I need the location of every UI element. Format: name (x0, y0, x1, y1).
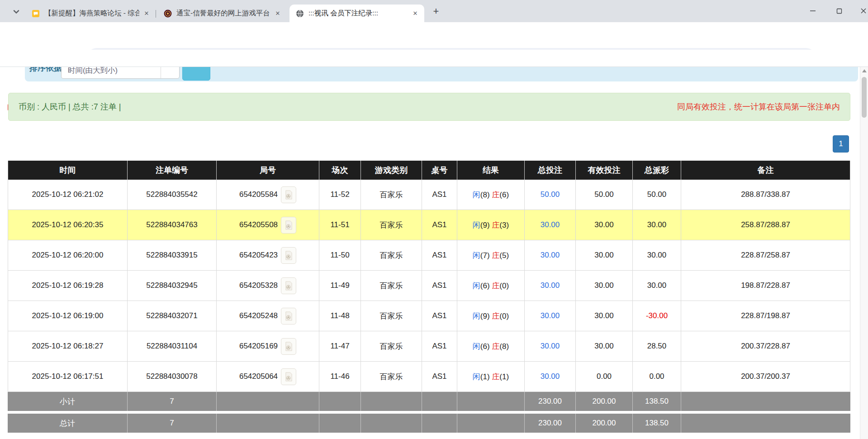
new-tab-button[interactable]: + (431, 6, 441, 17)
footer-note (681, 392, 850, 411)
banker-label: 庄 (492, 282, 499, 290)
total-bet-link[interactable]: 30.00 (541, 281, 560, 290)
window-maximize-button[interactable] (832, 5, 846, 16)
window-close-button[interactable] (857, 5, 868, 16)
banker-label: 庄 (492, 221, 499, 229)
tab-strip: 【新提醒】海燕策略论坛 - 综合 ✕ 通宝-信誉最好的网上游戏平台 ✕ :::视… (0, 0, 868, 22)
cell-note: 200.37/200.37 (681, 362, 850, 392)
footer-session (319, 414, 361, 433)
cell-session: 11-52 (319, 180, 361, 210)
cell-note: 258.87/288.87 (681, 210, 850, 240)
video-replay-button[interactable] (281, 308, 296, 324)
footer-result (457, 392, 525, 411)
total-bet-link[interactable]: 30.00 (541, 251, 560, 260)
cell-payout: 30.00 (633, 210, 681, 240)
footer-total-bet: 230.00 (525, 392, 576, 411)
cell-round-number: 654205508 (217, 210, 319, 240)
total-bet-link[interactable]: 50.00 (541, 190, 560, 199)
cell-session: 11-46 (319, 362, 361, 392)
cell-game-type: 百家乐 (361, 240, 422, 271)
total-bet-link[interactable]: 30.00 (541, 342, 560, 351)
tab-haiyan-forum[interactable]: 【新提醒】海燕策略论坛 - 综合 ✕ (25, 5, 156, 22)
cell-result: 闲(1) 庄(1) (457, 362, 525, 392)
video-replay-button[interactable] (281, 247, 296, 264)
cell-note: 228.87/258.87 (681, 240, 850, 271)
result-text: 闲(9) 庄(0) (473, 311, 509, 321)
player-label: 闲 (473, 282, 480, 290)
footer-result (457, 414, 525, 433)
page-scrollbar[interactable] (860, 67, 868, 439)
window-minimize-button[interactable] (806, 5, 820, 16)
cell-time: 2025-10-12 06:20:35 (8, 210, 128, 240)
currency-summary-text: 币别 : 人民币 | 总共 :7 注单 | (19, 101, 121, 112)
film-reel-icon (285, 311, 293, 321)
video-replay-button[interactable] (281, 338, 296, 355)
bookmarks-bar: 淘 爱淘宝 百度一下 所有书签 (0, 50, 868, 67)
player-score: (7) (480, 251, 490, 260)
cell-bet-number: 522884030078 (128, 362, 217, 392)
banker-score: (3) (499, 221, 509, 229)
banker-label: 庄 (492, 251, 499, 260)
result-text: 闲(1) 庄(1) (473, 372, 509, 382)
cell-table-number: AS1 (422, 301, 457, 331)
cell-total-bet: 30.00 (525, 271, 576, 301)
cell-result: 闲(8) 庄(6) (457, 180, 525, 210)
footer-label: 总计 (8, 414, 128, 433)
tab-close-icon[interactable]: ✕ (274, 10, 281, 17)
payout-value: 28.50 (647, 342, 667, 351)
table-row: 2025-10-12 06:19:00522884032071654205248… (8, 301, 850, 331)
cell-time: 2025-10-12 06:18:27 (8, 331, 128, 362)
cell-time: 2025-10-12 06:19:28 (8, 271, 128, 301)
table-row: 2025-10-12 06:17:51522884030078654205064… (8, 362, 850, 392)
tab-close-icon[interactable]: ✕ (412, 10, 419, 17)
footer-game-type (361, 392, 422, 411)
footer-round (217, 392, 319, 411)
scrollbar-up-arrow-icon[interactable] (862, 69, 867, 72)
banker-label: 庄 (492, 191, 499, 199)
film-reel-icon (285, 342, 293, 351)
cell-table-number: AS1 (422, 210, 457, 240)
cell-time: 2025-10-12 06:20:00 (8, 240, 128, 271)
payout-value: -30.00 (646, 311, 668, 320)
cell-note: 198.87/228.87 (681, 271, 850, 301)
cell-bet-number: 522884031104 (128, 331, 217, 362)
total-bet-link[interactable]: 30.00 (541, 220, 560, 229)
cell-session: 11-49 (319, 271, 361, 301)
tab-close-icon[interactable]: ✕ (143, 10, 150, 17)
round-number-text: 654205584 (239, 190, 278, 199)
tab-search-chevron-icon[interactable] (12, 7, 21, 16)
total-bet-link[interactable]: 30.00 (541, 311, 560, 320)
banker-score: (1) (499, 372, 509, 381)
cell-bet-number: 522884035542 (128, 180, 217, 210)
cell-session: 11-51 (319, 210, 361, 240)
cell-table-number: AS1 (422, 180, 457, 210)
round-number-text: 654205169 (239, 342, 278, 351)
footer-game-type (361, 414, 422, 433)
cell-time: 2025-10-12 06:21:02 (8, 180, 128, 210)
header-cell: 游戏类别 (361, 161, 422, 180)
banker-score: (8) (499, 342, 509, 351)
browser-toolbar: dongshouji.com/ipl/portal.php/game/betre… (0, 22, 868, 50)
tab-bet-records-active[interactable]: :::视讯 会员下注纪录::: ✕ (289, 5, 424, 22)
header-cell: 注单编号 (128, 161, 217, 180)
scrollbar-thumb[interactable] (862, 77, 867, 118)
cell-session: 11-48 (319, 301, 361, 331)
total-bet-link[interactable]: 30.00 (541, 372, 560, 381)
cell-game-type: 百家乐 (361, 362, 422, 392)
video-replay-button[interactable] (281, 217, 296, 234)
footer-label: 小计 (8, 392, 128, 411)
sort-select[interactable]: 时间(由大到小) (61, 67, 180, 79)
video-replay-button[interactable] (281, 368, 296, 385)
video-replay-button[interactable] (281, 277, 296, 294)
search-button[interactable] (182, 67, 210, 81)
tab-tongbao[interactable]: 通宝-信誉最好的网上游戏平台 ✕ (157, 5, 287, 22)
header-cell: 有效投注 (576, 161, 633, 180)
video-replay-button[interactable] (281, 186, 296, 203)
cell-result: 闲(9) 庄(0) (457, 301, 525, 331)
tab-title: 通宝-信誉最好的网上游戏平台 (176, 9, 270, 18)
cell-game-type: 百家乐 (361, 210, 422, 240)
player-label: 闲 (473, 372, 480, 381)
bet-records-table: 时间注单编号局号场次游戏类别桌号结果总投注有效投注总派彩备注 2025-10-1… (8, 161, 850, 433)
result-text: 闲(9) 庄(3) (473, 220, 509, 230)
pagination-page-1[interactable]: 1 (833, 135, 849, 153)
